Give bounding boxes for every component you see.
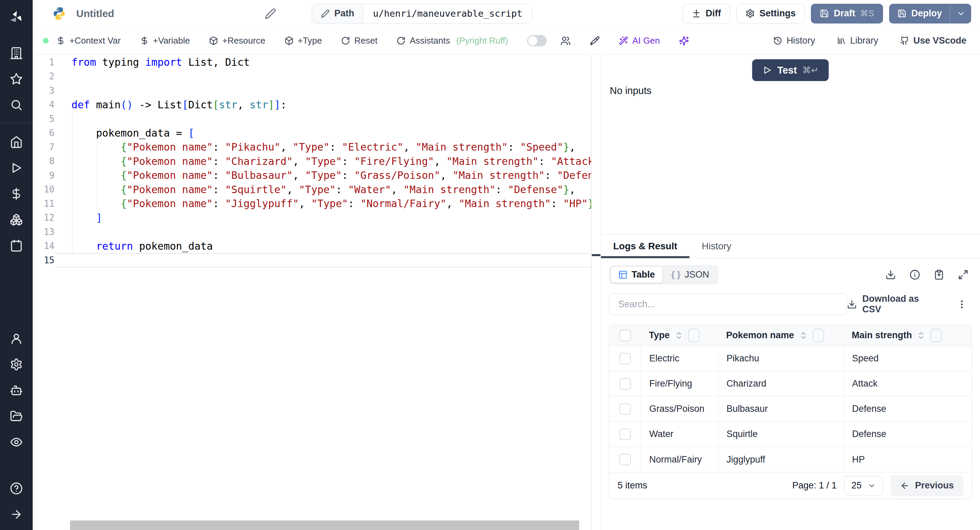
page-size-select[interactable]: 25 [844, 476, 883, 496]
code-line-8[interactable]: 8 {"Pokemon name": "Charizard", "Type": … [33, 154, 592, 169]
path-value[interactable]: u/henri/maneuverable_script [363, 4, 532, 23]
add-type-button[interactable]: +Type [285, 35, 322, 46]
assistants-button[interactable]: Assistants (Pyright Ruff) [396, 35, 508, 46]
settings-button[interactable]: Settings [737, 4, 805, 24]
workers-robot-icon[interactable] [10, 383, 23, 397]
sort-icon[interactable] [917, 331, 926, 340]
code-line-14[interactable]: 14 return pokemon_data [33, 239, 592, 254]
code-editor[interactable]: 1from typing import List, Dict234def mai… [33, 54, 592, 530]
row-checkbox[interactable] [619, 378, 631, 390]
variables-dollar-icon[interactable] [10, 187, 23, 201]
reset-button[interactable]: Reset [341, 35, 377, 46]
code-line-12[interactable]: 12 ] [33, 211, 592, 225]
table-row[interactable]: ElectricPikachuSpeed [609, 346, 972, 371]
multiplayer-users-icon[interactable] [560, 36, 571, 46]
deploy-button[interactable]: Deploy [889, 4, 950, 24]
settings-gear-icon[interactable] [10, 358, 23, 371]
table-icon [618, 270, 627, 279]
table-row[interactable]: WaterSquirtleDefense [609, 422, 972, 447]
left-sidebar [0, 0, 33, 530]
sort-icon[interactable] [675, 331, 683, 340]
table-row[interactable]: Normal/FairyJigglypuffHP [609, 447, 972, 472]
code-line-7[interactable]: 7 {"Pokemon name": "Pikachu", "Type": "E… [33, 140, 592, 154]
download-csv-button[interactable]: Download as CSV [847, 294, 940, 315]
wand-icon [619, 36, 628, 45]
code-line-1[interactable]: 1from typing import List, Dict [33, 55, 592, 69]
view-json-option[interactable]: { } JSON [664, 267, 717, 283]
diff-button[interactable]: Diff [682, 4, 730, 24]
expand-sidebar-arrow-icon[interactable] [10, 508, 23, 521]
format-paintbrush-icon[interactable] [590, 36, 600, 46]
path-label: Path [334, 8, 355, 19]
line-content: {"Pokemon name": "Pikachu", "Type": "Ele… [54, 140, 592, 154]
previous-page-button[interactable]: Previous [891, 475, 963, 496]
workspace-building-icon[interactable] [10, 46, 23, 60]
schedules-calendar-icon[interactable] [10, 239, 23, 252]
folders-icon[interactable] [10, 409, 23, 423]
column-label: Main strength [852, 330, 912, 341]
edit-summary-pencil-icon[interactable] [265, 8, 276, 19]
horizontal-scrollbar[interactable] [70, 520, 579, 530]
select-all-checkbox[interactable] [619, 330, 631, 341]
row-checkbox[interactable] [619, 454, 631, 465]
sort-icon[interactable] [799, 331, 808, 340]
row-checkbox[interactable] [619, 353, 631, 364]
line-content: return pokemon_data [54, 239, 592, 254]
search-icon[interactable] [10, 98, 23, 112]
runs-play-icon[interactable] [10, 161, 23, 175]
table-row[interactable]: Fire/FlyingCharizardAttack [609, 371, 972, 396]
info-icon[interactable] [910, 270, 920, 280]
copy-clipboard-icon[interactable] [934, 270, 944, 280]
line-number: 15 [33, 255, 54, 265]
line-content: {"Pokemon name": "Jigglypuff", "Type": "… [54, 196, 592, 211]
add-resource-button[interactable]: +Resource [209, 35, 265, 46]
home-icon[interactable] [10, 135, 23, 149]
history-button[interactable]: History [773, 35, 815, 46]
code-line-6[interactable]: 6 pokemon_data = [ [33, 126, 592, 140]
panel-splitter[interactable] [592, 54, 601, 530]
code-line-10[interactable]: 10 {"Pokemon name": "Squirtle", "Type": … [33, 183, 592, 197]
code-line-3[interactable]: 3 [33, 83, 592, 98]
test-button[interactable]: Test ⌘↵ [752, 59, 829, 81]
column-filter-box[interactable] [930, 329, 942, 342]
script-path-field[interactable]: Path u/henri/maneuverable_script [312, 4, 532, 24]
table-row[interactable]: Grass/PoisonBulbasaurDefense [609, 396, 972, 422]
kebab-menu-icon[interactable] [956, 299, 967, 310]
line-number: 2 [33, 71, 54, 81]
column-filter-box[interactable] [813, 329, 824, 342]
audit-eye-icon[interactable] [10, 435, 23, 449]
sparkles-icon[interactable] [679, 36, 689, 46]
users-person-icon[interactable] [10, 332, 23, 345]
resources-boxes-icon[interactable] [10, 213, 23, 227]
row-checkbox[interactable] [619, 403, 631, 415]
download-result-icon[interactable] [885, 270, 896, 280]
collab-toggle[interactable] [527, 35, 547, 46]
tab-logs-result[interactable]: Logs & Result [601, 234, 689, 258]
favorites-star-icon[interactable] [10, 72, 23, 86]
expand-icon[interactable] [958, 270, 969, 280]
code-line-5[interactable]: 5 [33, 112, 592, 126]
line-number: 8 [33, 156, 54, 166]
column-filter-box[interactable] [688, 329, 700, 342]
deploy-options-chevron[interactable] [950, 4, 971, 24]
library-button[interactable]: Library [837, 35, 878, 46]
tab-history[interactable]: History [689, 234, 743, 258]
code-line-4[interactable]: 4def main() -> List[Dict[str, str]]: [33, 98, 592, 112]
add-context-var-button[interactable]: +Context Var [56, 35, 121, 46]
view-table-option[interactable]: Table [611, 267, 662, 283]
code-line-2[interactable]: 2 [33, 69, 592, 84]
splitter-drag-handle[interactable] [592, 254, 601, 256]
code-line-15[interactable]: 15 [33, 253, 592, 267]
help-icon[interactable] [10, 482, 23, 495]
add-variable-button[interactable]: +Variable [140, 35, 190, 46]
row-checkbox[interactable] [619, 428, 631, 440]
code-line-9[interactable]: 9 {"Pokemon name": "Bulbasaur", "Type": … [33, 168, 592, 183]
use-vscode-button[interactable]: Use VScode [900, 35, 966, 46]
code-line-11[interactable]: 11 {"Pokemon name": "Jigglypuff", "Type"… [33, 196, 592, 211]
table-search-input[interactable] [609, 293, 847, 315]
windmill-logo-icon[interactable] [8, 10, 24, 27]
ai-gen-button[interactable]: AI Gen [619, 35, 660, 46]
table-cell: Charizard [718, 371, 843, 396]
draft-button[interactable]: Draft ⌘S [811, 4, 883, 24]
code-line-13[interactable]: 13 [33, 225, 592, 239]
